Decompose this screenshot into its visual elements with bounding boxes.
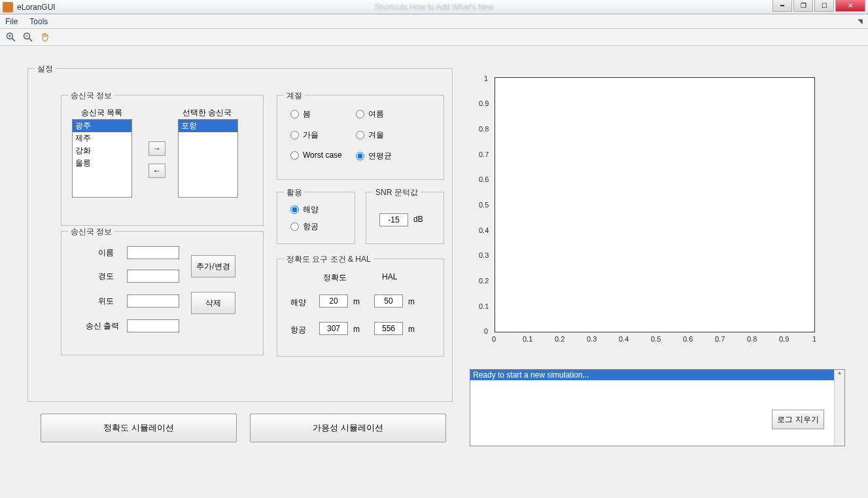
titlebar-blurred-text: Shortcuts How to Add What's New bbox=[374, 3, 493, 12]
season-spring-radio[interactable]: 봄 bbox=[290, 109, 311, 120]
season-summer-radio[interactable]: 여름 bbox=[356, 109, 384, 120]
y-tick: 0.8 bbox=[479, 125, 489, 133]
y-tick: 0.9 bbox=[479, 99, 489, 107]
toolbar bbox=[0, 29, 868, 46]
longitude-input[interactable] bbox=[127, 270, 179, 283]
add-station-button[interactable]: → bbox=[148, 141, 165, 156]
x-tick: 0 bbox=[492, 335, 496, 343]
marine-row-label: 해양 bbox=[290, 297, 306, 308]
latitude-label: 위도 bbox=[81, 296, 114, 307]
list-item[interactable]: 제주 bbox=[73, 132, 131, 145]
selected-stations-label: 선택한 송신국 bbox=[182, 107, 232, 118]
aviation-accuracy-input[interactable] bbox=[319, 322, 348, 335]
list-item[interactable]: 포항 bbox=[179, 120, 237, 132]
accuracy-hal-panel: 정확도 요구 조건 & HAL 정확도 HAL 해양 m m 항공 m m bbox=[277, 258, 444, 357]
snr-threshold-input[interactable] bbox=[379, 213, 408, 226]
y-tick: 0.2 bbox=[479, 277, 489, 285]
remove-station-button[interactable]: ← bbox=[148, 164, 165, 178]
menu-dropdown-icon[interactable]: ◥ bbox=[858, 18, 863, 25]
y-tick: 0 bbox=[484, 327, 488, 335]
zoom-in-icon[interactable] bbox=[5, 31, 17, 43]
hal-column-label: HAL bbox=[382, 272, 397, 281]
menu-file[interactable]: File bbox=[5, 17, 18, 26]
station-info-panel: 송신국 정보 송신국 목록 선택한 송신국 광주 제주 강화 울릉 → ← 포항 bbox=[61, 95, 264, 226]
y-tick: 0.3 bbox=[479, 251, 489, 259]
app-icon bbox=[3, 2, 13, 12]
content-area: 설정 송신국 정보 송신국 목록 선택한 송신국 광주 제주 강화 울릉 → ←… bbox=[0, 46, 868, 498]
snr-unit-label: dB bbox=[413, 215, 423, 224]
y-tick: 1 bbox=[484, 75, 488, 82]
unit-m: m bbox=[353, 297, 360, 306]
svg-line-5 bbox=[29, 38, 33, 41]
season-winter-radio[interactable]: 겨울 bbox=[356, 130, 384, 141]
log-listbox[interactable]: Ready to start a new simulation... bbox=[470, 369, 845, 446]
y-tick: 0.4 bbox=[479, 226, 489, 234]
x-tick: 0.9 bbox=[779, 335, 789, 343]
station-detail-legend: 송신국 정보 bbox=[68, 226, 114, 238]
usage-panel: 활용 해양 항공 bbox=[277, 192, 355, 244]
name-input[interactable] bbox=[127, 246, 179, 259]
aviation-row-label: 항공 bbox=[290, 325, 306, 336]
marine-accuracy-input[interactable] bbox=[319, 294, 348, 308]
list-item[interactable]: 광주 bbox=[73, 120, 131, 132]
log-scrollbar[interactable] bbox=[834, 370, 844, 446]
x-tick: 0.8 bbox=[747, 335, 757, 343]
usage-marine-radio[interactable]: 해양 bbox=[290, 204, 319, 215]
y-tick: 0.6 bbox=[479, 175, 489, 183]
season-autumn-radio[interactable]: 가을 bbox=[290, 130, 319, 141]
latitude-input[interactable] bbox=[127, 294, 179, 308]
station-info-legend: 송신국 정보 bbox=[68, 90, 114, 101]
available-stations-listbox[interactable]: 광주 제주 강화 울릉 bbox=[72, 119, 132, 198]
svg-line-1 bbox=[12, 38, 16, 41]
minimize-button[interactable]: ━ bbox=[773, 0, 792, 12]
list-item[interactable]: 강화 bbox=[73, 145, 131, 157]
close-button[interactable]: ✕ bbox=[835, 0, 865, 12]
availability-simulation-button[interactable]: 가용성 시뮬레이션 bbox=[250, 414, 446, 442]
x-tick: 0.2 bbox=[555, 335, 564, 343]
x-tick: 0.5 bbox=[651, 335, 661, 343]
x-tick: 0.3 bbox=[587, 335, 597, 343]
menu-tools[interactable]: Tools bbox=[29, 17, 48, 26]
menu-bar: File Tools ◥ bbox=[0, 14, 868, 29]
zoom-out-icon[interactable] bbox=[22, 31, 34, 43]
list-item[interactable]: 울릉 bbox=[73, 157, 131, 169]
add-change-button[interactable]: 추가/변경 bbox=[191, 255, 235, 277]
delete-button[interactable]: 삭제 bbox=[191, 292, 235, 314]
power-label: 송신 출력 bbox=[73, 321, 119, 332]
longitude-label: 경도 bbox=[81, 271, 114, 282]
settings-panel: 설정 송신국 정보 송신국 목록 선택한 송신국 광주 제주 강화 울릉 → ←… bbox=[27, 68, 453, 402]
selected-stations-listbox[interactable]: 포항 bbox=[178, 119, 238, 198]
pan-hand-icon[interactable] bbox=[39, 31, 51, 43]
station-detail-panel: 송신국 정보 이름 경도 위도 송신 출력 추가/변경 삭제 bbox=[61, 231, 264, 355]
restore-button[interactable]: ❐ bbox=[793, 0, 813, 12]
usage-legend: 활용 bbox=[284, 187, 305, 198]
unit-m: m bbox=[408, 297, 415, 306]
x-tick: 0.4 bbox=[619, 335, 629, 343]
snr-panel: SNR 문턱값 dB bbox=[366, 192, 444, 244]
accuracy-legend: 정확도 요구 조건 & HAL bbox=[284, 254, 373, 265]
available-stations-label: 송신국 목록 bbox=[81, 107, 122, 118]
name-label: 이름 bbox=[81, 247, 114, 258]
usage-aviation-radio[interactable]: 항공 bbox=[290, 221, 319, 232]
clear-log-button[interactable]: 로그 지우기 bbox=[772, 410, 824, 429]
window-titlebar: eLoranGUI Shortcuts How to Add What's Ne… bbox=[0, 0, 868, 14]
season-worstcase-radio[interactable]: Worst case bbox=[290, 151, 342, 160]
log-line: Ready to start a new simulation... bbox=[470, 370, 844, 380]
y-tick: 0.7 bbox=[479, 151, 489, 158]
season-yearly-radio[interactable]: 연평균 bbox=[356, 151, 392, 162]
aviation-hal-input[interactable] bbox=[374, 322, 403, 335]
maximize-button[interactable]: ☐ bbox=[814, 0, 834, 12]
x-tick: 0.6 bbox=[683, 335, 693, 343]
snr-legend: SNR 문턱값 bbox=[373, 187, 421, 198]
x-tick: 0.1 bbox=[523, 335, 532, 343]
chart-axes bbox=[495, 77, 815, 332]
x-tick: 1 bbox=[812, 335, 816, 343]
power-input[interactable] bbox=[127, 319, 179, 332]
y-tick: 0.1 bbox=[479, 302, 489, 310]
accuracy-simulation-button[interactable]: 정확도 시뮬레이션 bbox=[41, 414, 237, 442]
season-legend: 계절 bbox=[284, 90, 305, 101]
marine-hal-input[interactable] bbox=[374, 294, 403, 308]
unit-m: m bbox=[353, 325, 360, 334]
x-tick: 0.7 bbox=[715, 335, 725, 343]
y-tick: 0.5 bbox=[479, 201, 489, 209]
